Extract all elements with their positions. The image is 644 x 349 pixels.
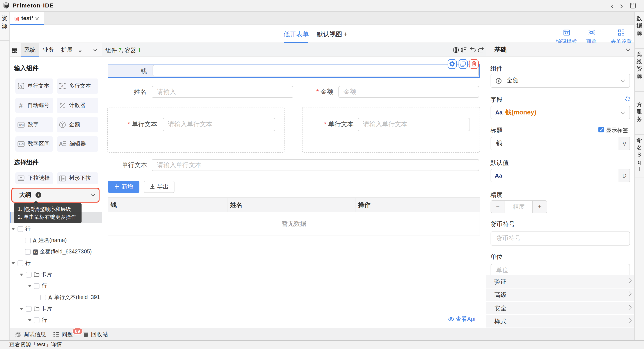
svg-text:#: # [19, 102, 22, 108]
svg-text:1~3: 1~3 [18, 142, 24, 146]
svg-text:A: A [61, 84, 63, 88]
svg-text:A: A [59, 141, 63, 147]
svg-text:A: A [19, 84, 22, 88]
svg-text:123: 123 [18, 123, 24, 126]
svg-text:i: i [38, 193, 39, 197]
